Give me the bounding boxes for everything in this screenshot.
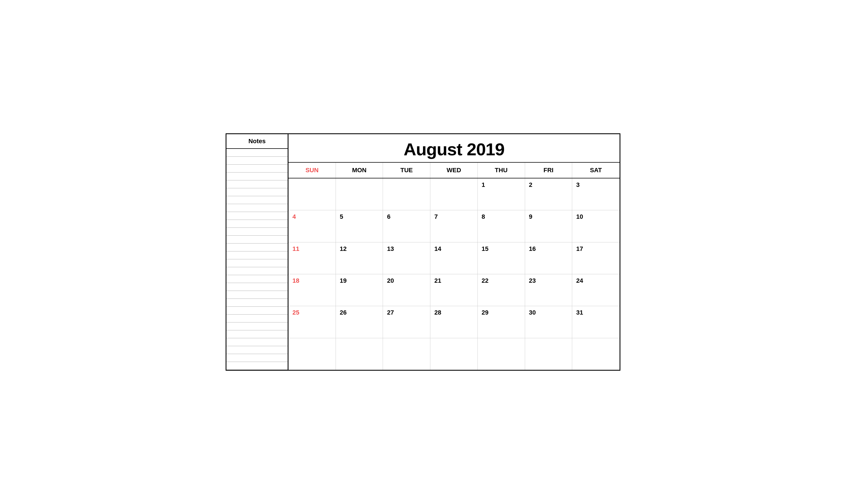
notes-line[interactable] <box>226 196 288 204</box>
day-header-sun: SUN <box>288 163 336 178</box>
day-cell[interactable] <box>336 178 383 210</box>
day-cell[interactable] <box>525 338 572 370</box>
week-row-2: 45678910 <box>288 210 620 242</box>
weeks-container: 1234567891011121314151617181920212223242… <box>288 178 620 370</box>
day-cell[interactable]: 22 <box>478 274 525 306</box>
day-cell[interactable]: 30 <box>525 306 572 338</box>
notes-line[interactable] <box>226 275 288 283</box>
calendar-title: August 2019 <box>288 134 620 163</box>
week-row-4: 18192021222324 <box>288 274 620 306</box>
day-header-thu: THU <box>478 163 525 178</box>
day-cell[interactable]: 7 <box>430 210 478 242</box>
notes-line[interactable] <box>226 173 288 180</box>
notes-line[interactable] <box>226 299 288 307</box>
day-cell[interactable]: 18 <box>288 274 336 306</box>
day-cell[interactable]: 21 <box>430 274 478 306</box>
day-cell[interactable]: 12 <box>336 242 383 274</box>
notes-line[interactable] <box>226 228 288 236</box>
notes-line[interactable] <box>226 322 288 330</box>
notes-header: Notes <box>226 134 288 149</box>
day-cell[interactable] <box>288 338 336 370</box>
day-cell[interactable]: 13 <box>383 242 430 274</box>
notes-line[interactable] <box>226 283 288 291</box>
calendar-section: August 2019 SUNMONTUEWEDTHUFRISAT 123456… <box>288 134 620 370</box>
day-headers-row: SUNMONTUEWEDTHUFRISAT <box>288 163 620 178</box>
week-row-3: 11121314151617 <box>288 242 620 274</box>
day-cell[interactable]: 16 <box>525 242 572 274</box>
week-row-6 <box>288 338 620 370</box>
day-cell[interactable]: 11 <box>288 242 336 274</box>
day-cell[interactable]: 19 <box>336 274 383 306</box>
day-cell[interactable] <box>383 338 430 370</box>
notes-line[interactable] <box>226 354 288 362</box>
calendar-grid: SUNMONTUEWEDTHUFRISAT 123456789101112131… <box>288 163 620 370</box>
notes-line[interactable] <box>226 236 288 244</box>
notes-lines <box>226 149 288 370</box>
day-cell[interactable]: 27 <box>383 306 430 338</box>
notes-line[interactable] <box>226 259 288 267</box>
day-header-mon: MON <box>336 163 383 178</box>
day-cell[interactable]: 26 <box>336 306 383 338</box>
notes-line[interactable] <box>226 362 288 370</box>
day-header-fri: FRI <box>525 163 572 178</box>
day-cell[interactable] <box>430 178 478 210</box>
day-cell[interactable] <box>572 338 620 370</box>
notes-section: Notes <box>226 134 288 370</box>
week-row-1: 123 <box>288 178 620 210</box>
notes-line[interactable] <box>226 188 288 196</box>
notes-line[interactable] <box>226 314 288 322</box>
day-cell[interactable] <box>336 338 383 370</box>
day-cell[interactable]: 10 <box>572 210 620 242</box>
notes-line[interactable] <box>226 244 288 251</box>
main-container: Notes August 2019 SUNMONTUEWEDTHUFRISAT … <box>226 133 620 371</box>
day-cell[interactable]: 20 <box>383 274 430 306</box>
day-header-tue: TUE <box>383 163 430 178</box>
notes-line[interactable] <box>226 251 288 259</box>
day-cell[interactable]: 31 <box>572 306 620 338</box>
day-cell[interactable]: 6 <box>383 210 430 242</box>
day-cell[interactable]: 4 <box>288 210 336 242</box>
notes-line[interactable] <box>226 330 288 338</box>
day-cell[interactable]: 8 <box>478 210 525 242</box>
day-header-wed: WED <box>430 163 478 178</box>
notes-line[interactable] <box>226 346 288 354</box>
day-cell[interactable] <box>430 338 478 370</box>
day-cell[interactable]: 23 <box>525 274 572 306</box>
notes-line[interactable] <box>226 307 288 314</box>
day-cell[interactable]: 1 <box>478 178 525 210</box>
notes-line[interactable] <box>226 220 288 228</box>
notes-line[interactable] <box>226 180 288 188</box>
day-cell[interactable]: 14 <box>430 242 478 274</box>
day-cell[interactable]: 9 <box>525 210 572 242</box>
day-cell[interactable] <box>288 178 336 210</box>
day-cell[interactable] <box>478 338 525 370</box>
day-cell[interactable]: 25 <box>288 306 336 338</box>
day-cell[interactable]: 5 <box>336 210 383 242</box>
notes-line[interactable] <box>226 157 288 165</box>
notes-line[interactable] <box>226 149 288 157</box>
day-cell[interactable]: 29 <box>478 306 525 338</box>
day-cell[interactable]: 24 <box>572 274 620 306</box>
day-cell[interactable] <box>383 178 430 210</box>
day-header-sat: SAT <box>572 163 620 178</box>
day-cell[interactable]: 15 <box>478 242 525 274</box>
week-row-5: 25262728293031 <box>288 306 620 338</box>
notes-line[interactable] <box>226 291 288 299</box>
notes-line[interactable] <box>226 204 288 212</box>
notes-line[interactable] <box>226 267 288 275</box>
notes-line[interactable] <box>226 212 288 220</box>
notes-line[interactable] <box>226 338 288 346</box>
day-cell[interactable]: 17 <box>572 242 620 274</box>
day-cell[interactable]: 28 <box>430 306 478 338</box>
day-cell[interactable]: 2 <box>525 178 572 210</box>
day-cell[interactable]: 3 <box>572 178 620 210</box>
notes-line[interactable] <box>226 165 288 173</box>
